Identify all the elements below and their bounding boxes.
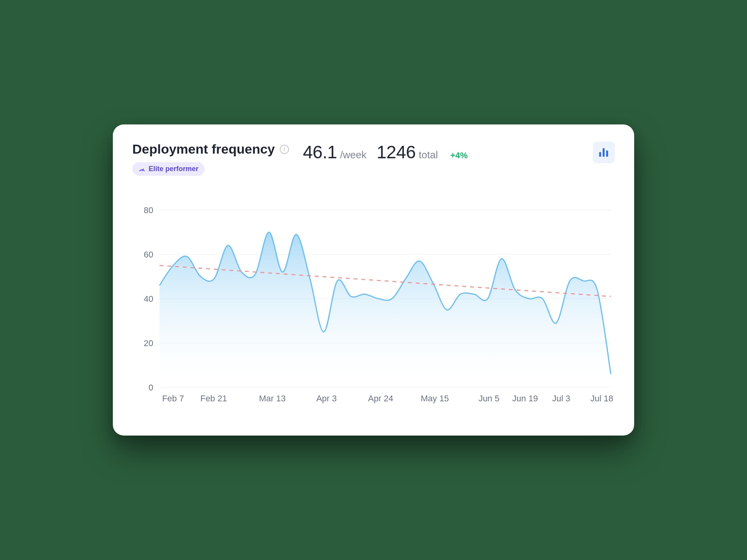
x-tick-label: Mar 13 <box>259 394 286 403</box>
title-row: Deployment frequency i <box>132 142 289 157</box>
rate-value: 46.1 <box>303 142 337 163</box>
x-tick-label: Jun 19 <box>512 394 538 403</box>
total-label: total <box>419 149 438 161</box>
card-header: Deployment frequency i Elite performer 4… <box>132 142 615 176</box>
stat-rate: 46.1 /week <box>303 142 366 163</box>
metric-card: Deployment frequency i Elite performer 4… <box>113 124 634 436</box>
x-tick-label: Feb 7 <box>162 394 184 403</box>
y-tick-label: 60 <box>144 250 153 259</box>
performer-badge: Elite performer <box>132 162 205 176</box>
delta-badge: +4% <box>450 150 468 161</box>
x-tick-label: Feb 21 <box>200 394 227 403</box>
total-value: 1246 <box>377 142 416 163</box>
badge-label: Elite performer <box>149 165 198 173</box>
svg-rect-2 <box>603 148 605 157</box>
title-block: Deployment frequency i Elite performer <box>132 142 289 176</box>
y-tick-label: 40 <box>144 294 153 304</box>
y-tick-label: 20 <box>144 338 153 348</box>
chart-area: 020406080 Feb 7Feb 21Mar 13Apr 3Apr 24Ma… <box>132 206 615 408</box>
x-tick-label: May 15 <box>421 394 449 403</box>
stats-block: 46.1 /week 1246 total +4% <box>303 142 582 163</box>
x-tick-label: Jul 3 <box>552 394 570 403</box>
info-icon[interactable]: i <box>280 145 289 154</box>
x-tick-label: Apr 24 <box>368 394 393 403</box>
x-tick-label: Jun 5 <box>479 394 500 403</box>
svg-rect-3 <box>606 150 608 157</box>
x-tick-label: Jul 18 <box>590 394 613 403</box>
card-title: Deployment frequency <box>132 142 275 157</box>
svg-rect-1 <box>599 152 601 157</box>
rate-unit: /week <box>340 149 366 161</box>
deployment-frequency-chart: 020406080 Feb 7Feb 21Mar 13Apr 3Apr 24Ma… <box>132 206 615 408</box>
y-tick-label: 80 <box>144 206 153 215</box>
chart-type-button[interactable] <box>593 142 615 163</box>
bar-chart-icon <box>598 147 609 158</box>
gauge-icon <box>139 166 146 173</box>
x-tick-label: Apr 3 <box>316 394 337 403</box>
y-tick-label: 0 <box>149 383 153 392</box>
stat-total: 1246 total <box>377 142 438 163</box>
